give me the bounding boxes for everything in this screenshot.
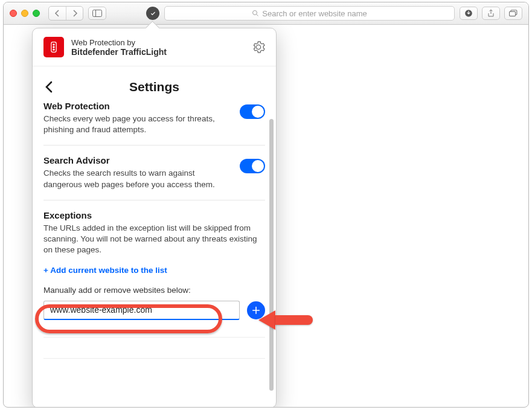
checkmark-badge-icon <box>149 10 157 18</box>
section-desc: Checks the search results to warn agains… <box>43 168 219 190</box>
list-divider <box>43 358 265 359</box>
section-title: Web Protection <box>43 101 265 111</box>
address-placeholder: Search or enter website name <box>262 9 367 18</box>
section-web-protection: Web Protection Checks every web page you… <box>43 91 265 146</box>
section-title: Search Advisor <box>43 155 265 165</box>
tabs-button[interactable] <box>504 7 522 20</box>
maximize-window-button[interactable] <box>33 10 40 17</box>
bitdefender-logo <box>43 37 64 57</box>
forward-button[interactable] <box>66 7 83 20</box>
section-exceptions: Exceptions The URLs added in the excepti… <box>43 200 265 368</box>
sidebar-toggle-button[interactable] <box>88 7 106 20</box>
svg-point-9 <box>53 43 54 45</box>
window-controls <box>10 10 40 17</box>
tutorial-arrow <box>258 310 313 330</box>
extension-popup: Web Protection by Bitdefender TrafficLig… <box>32 28 277 408</box>
svg-rect-0 <box>93 10 102 17</box>
nav-back-forward <box>48 6 83 21</box>
section-title: Exceptions <box>43 210 265 220</box>
browser-window: Search or enter website name Web <box>3 2 529 408</box>
traffic-light-icon <box>48 41 60 53</box>
chevron-right-icon <box>72 10 78 17</box>
arrow-head-icon <box>258 310 275 330</box>
brand-subtitle: Web Protection by <box>71 38 245 47</box>
svg-line-4 <box>257 14 258 16</box>
section-desc: The URLs added in the exception list wil… <box>43 223 265 256</box>
svg-point-11 <box>53 49 54 51</box>
section-desc: Checks every web page you access for thr… <box>43 114 219 135</box>
gear-icon <box>252 40 265 54</box>
minimize-window-button[interactable] <box>21 10 28 17</box>
svg-point-3 <box>253 11 257 15</box>
svg-rect-7 <box>510 11 516 16</box>
settings-gear-button[interactable] <box>252 40 265 54</box>
popup-header: Web Protection by Bitdefender TrafficLig… <box>33 28 276 66</box>
tabs-icon <box>509 10 518 17</box>
download-icon <box>464 9 473 18</box>
address-bar[interactable]: Search or enter website name <box>164 6 455 21</box>
manual-add-label: Manually add or remove websites below: <box>43 286 265 295</box>
search-icon <box>252 10 259 17</box>
arrow-shaft <box>275 315 313 325</box>
back-button[interactable] <box>49 7 66 20</box>
toolbar-right <box>460 7 522 20</box>
share-button[interactable] <box>482 7 500 20</box>
search-advisor-toggle[interactable] <box>240 159 265 173</box>
section-search-advisor: Search Advisor Checks the search results… <box>43 146 265 200</box>
exception-input-row <box>43 301 265 320</box>
close-window-button[interactable] <box>10 10 17 17</box>
scrollbar-thumb[interactable] <box>269 119 274 391</box>
sidebar-icon <box>92 10 102 17</box>
share-icon <box>487 9 495 18</box>
downloads-button[interactable] <box>460 7 478 20</box>
extension-icon[interactable] <box>146 7 159 20</box>
brand-title: Bitdefender TrafficLight <box>71 47 245 57</box>
exception-url-input[interactable] <box>43 301 240 320</box>
settings-scroll-area[interactable]: Web Protection Checks every web page you… <box>33 91 276 402</box>
web-protection-toggle[interactable] <box>240 104 265 119</box>
list-divider <box>43 337 265 338</box>
chevron-left-icon <box>54 10 60 17</box>
browser-toolbar: Search or enter website name <box>4 2 528 25</box>
popup-title-block: Web Protection by Bitdefender TrafficLig… <box>71 38 245 57</box>
svg-point-10 <box>53 46 54 48</box>
add-current-website-link[interactable]: + Add current website to the list <box>43 266 265 275</box>
